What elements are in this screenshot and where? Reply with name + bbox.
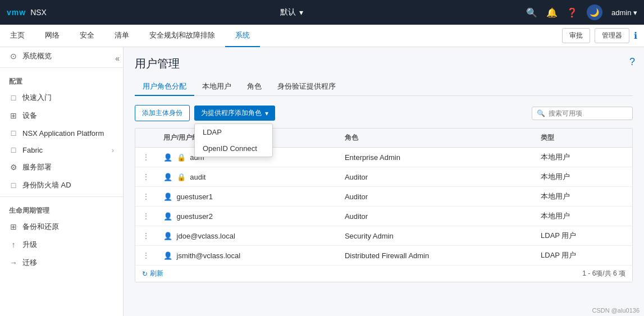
service-deploy-icon: ⚙ — [9, 163, 18, 172]
tabs: 用户角色分配 本地用户 角色 身份验证提供程序 — [135, 78, 633, 96]
row-handle-icon[interactable]: ⋮ — [142, 192, 150, 201]
refresh-icon: ↻ — [142, 270, 148, 278]
chevron-right-icon: › — [112, 146, 114, 154]
sidebar-item-label: 身份防火墙 AD — [22, 180, 71, 190]
sidebar-item-service-deploy[interactable]: ⚙ 服务部署 — [0, 158, 123, 176]
top-nav: vmw NSX 默认 ▾ 🔍 🔔 ❓ 🌙 admin ▾ — [0, 0, 644, 25]
migrate-icon: → — [9, 258, 18, 267]
nav-inventory[interactable]: 清单 — [104, 25, 139, 47]
bell-icon[interactable]: 🔔 — [546, 7, 558, 18]
user-cell: 👤 jdoe@vclass.local — [157, 226, 338, 246]
sec-nav: 主页 网络 安全 清单 安全规划和故障排除 系统 审批 管理器 ℹ — [0, 25, 644, 47]
sidebar-item-label: 快速入门 — [22, 93, 52, 103]
sidebar-item-fabric[interactable]: □ Fabric › — [0, 141, 123, 158]
admin-label[interactable]: admin ▾ — [611, 8, 637, 17]
vmw-logo: vmw — [7, 8, 26, 17]
user-icon: 👤 — [163, 173, 172, 181]
type-cell: 本地用户 — [534, 187, 632, 207]
add-role-button[interactable]: 为提供程序添加角色 ▾ — [194, 106, 275, 121]
sidebar-item-backup[interactable]: ⊞ 备份和还原 — [0, 218, 123, 236]
table-row: ⋮ 👤 🔒 audit Auditor 本地用户 — [135, 167, 632, 187]
info-icon[interactable]: ℹ — [634, 30, 637, 41]
help-icon[interactable]: ❓ — [567, 7, 578, 18]
role-cell: Auditor — [338, 187, 534, 207]
row-handle-icon[interactable]: ⋮ — [142, 212, 150, 221]
tab-user-role[interactable]: 用户角色分配 — [135, 78, 194, 96]
overview-icon: ⊙ — [9, 52, 18, 61]
role-cell: Security Admin — [338, 226, 534, 246]
nav-policy[interactable]: 安全规划和故障排除 — [139, 25, 225, 47]
dropdown-item-ldap[interactable]: LDAP — [195, 124, 272, 140]
sidebar-item-identity-fw[interactable]: □ 身份防火墙 AD — [0, 176, 123, 194]
user-cell: 👤 guestuser2 — [157, 207, 338, 226]
watermark: CSDN @alu0136 — [592, 307, 640, 314]
user-icon: 👤 — [163, 153, 172, 162]
section-config-label: 配置 — [0, 70, 123, 89]
nav-system[interactable]: 系统 — [225, 25, 260, 47]
sidebar-item-label: 服务部署 — [22, 162, 52, 172]
type-cell: 本地用户 — [534, 148, 632, 167]
add-role-label: 为提供程序添加角色 — [201, 108, 262, 118]
role-cell: Enterprise Admin — [338, 148, 534, 167]
table-row: ⋮ 👤 guestuser2 Auditor 本地用户 — [135, 207, 632, 226]
manager-button[interactable]: 管理器 — [595, 28, 629, 43]
user-icon: 👤 — [163, 193, 172, 201]
approval-button[interactable]: 审批 — [562, 28, 590, 43]
theme-toggle[interactable]: 🌙 — [587, 4, 602, 20]
col-role: 角色 — [338, 129, 534, 148]
sec-nav-right: 审批 管理器 ℹ — [562, 28, 644, 43]
search-box: 🔍 — [532, 107, 633, 120]
toolbar: 添加主体身份 为提供程序添加角色 ▾ LDAP OpenID Connect 🔍 — [135, 105, 633, 121]
backup-icon: ⊞ — [9, 222, 18, 231]
sidebar: « ⊙ 系统概览 配置 □ 快速入门 ⊞ 设备 □ NSX Applicatio… — [0, 47, 124, 316]
quick-start-icon: □ — [9, 93, 18, 102]
col-type: 类型 — [534, 129, 632, 148]
table-row: ⋮ 👤 guestuser1 Auditor 本地用户 — [135, 187, 632, 207]
add-principal-button[interactable]: 添加主体身份 — [135, 105, 190, 121]
row-handle-icon[interactable]: ⋮ — [142, 231, 150, 240]
identity-fw-icon: □ — [9, 181, 18, 190]
sidebar-item-migrate[interactable]: → 迁移 — [0, 254, 123, 272]
sidebar-item-upgrade[interactable]: ↑ 升级 — [0, 236, 123, 254]
search-icon: 🔍 — [537, 109, 545, 117]
sidebar-item-sys-overview[interactable]: ⊙ 系统概览 — [0, 47, 123, 65]
section-lifecycle-label: 生命周期管理 — [0, 199, 123, 218]
row-handle-icon[interactable]: ⋮ — [142, 153, 150, 162]
role-cell: Distributed Firewall Admin — [338, 246, 534, 265]
refresh-button[interactable]: ↻ 刷新 — [142, 269, 163, 278]
nav-home[interactable]: 主页 — [0, 25, 35, 47]
type-cell: 本地用户 — [534, 167, 632, 187]
dropdown-item-openid[interactable]: OpenID Connect — [195, 140, 272, 157]
sidebar-item-label: 备份和还原 — [22, 222, 59, 232]
row-handle-icon[interactable]: ⋮ — [142, 172, 150, 181]
sidebar-item-nsx-platform[interactable]: □ NSX Application Platform — [0, 125, 123, 141]
page-help-icon[interactable]: ? — [629, 56, 635, 68]
nav-security[interactable]: 安全 — [70, 25, 104, 47]
default-label: 默认 — [280, 7, 296, 17]
user-icon: 👤 — [163, 212, 172, 221]
lock-icon: 🔒 — [177, 153, 186, 162]
table-row: ⋮ 👤 jsmith@vclass.local Distributed Fire… — [135, 246, 632, 265]
user-cell: 👤 jsmith@vclass.local — [157, 246, 338, 265]
user-cell: 👤 🔒 audit — [157, 167, 338, 187]
search-icon[interactable]: 🔍 — [526, 7, 537, 18]
sidebar-item-label: Fabric — [22, 146, 43, 154]
devices-icon: ⊞ — [9, 111, 18, 120]
tab-local-user[interactable]: 本地用户 — [194, 78, 239, 96]
row-handle-icon[interactable]: ⋮ — [142, 251, 150, 260]
sidebar-item-quick-start[interactable]: □ 快速入门 — [0, 89, 123, 107]
search-input[interactable] — [549, 109, 628, 117]
sidebar-item-label: NSX Application Platform — [22, 129, 104, 138]
tab-auth-provider[interactable]: 身份验证提供程序 — [270, 78, 344, 96]
sidebar-item-label: 系统概览 — [22, 51, 52, 61]
nav-network[interactable]: 网络 — [35, 25, 70, 47]
add-role-wrapper: 为提供程序添加角色 ▾ LDAP OpenID Connect — [194, 106, 275, 121]
fabric-icon: □ — [9, 145, 18, 154]
default-select[interactable]: 默认 ▾ — [280, 7, 303, 17]
tab-role[interactable]: 角色 — [239, 78, 270, 96]
sidebar-item-label: 设备 — [22, 111, 37, 121]
type-cell: 本地用户 — [534, 207, 632, 226]
sec-nav-items: 主页 网络 安全 清单 安全规划和故障排除 系统 — [0, 25, 562, 47]
sidebar-item-devices[interactable]: ⊞ 设备 — [0, 107, 123, 125]
sidebar-collapse-button[interactable]: « — [112, 52, 123, 65]
